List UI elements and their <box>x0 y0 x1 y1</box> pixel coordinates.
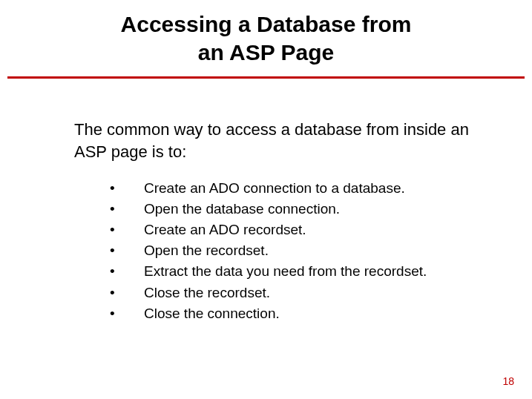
list-item: Open the recordset. <box>110 240 502 261</box>
slide: Accessing a Database from an ASP Page Th… <box>0 0 532 399</box>
bullet-list: Create an ADO connection to a database. … <box>110 178 502 324</box>
slide-title: Accessing a Database from an ASP Page <box>0 0 532 66</box>
list-item: Create an ADO connection to a database. <box>110 178 502 199</box>
bullet-text: Create an ADO recordset. <box>144 222 306 237</box>
list-item: Open the database connection. <box>110 199 502 220</box>
bullet-text: Create an ADO connection to a database. <box>144 180 405 196</box>
horizontal-rule <box>7 76 525 79</box>
title-line-2: an ASP Page <box>198 40 334 65</box>
list-item: Create an ADO recordset. <box>110 220 502 240</box>
bullet-text: Close the recordset. <box>144 285 270 300</box>
page-number: 18 <box>502 375 514 387</box>
title-line-1: Accessing a Database from <box>121 12 412 36</box>
bullet-text: Open the recordset. <box>144 243 269 258</box>
intro-text: The common way to access a database from… <box>74 119 487 162</box>
list-item: Extract the data you need from the recor… <box>110 261 502 282</box>
bullet-text: Open the database connection. <box>144 201 340 217</box>
bullet-text: Extract the data you need from the recor… <box>144 263 427 279</box>
list-item: Close the connection. <box>110 303 502 324</box>
list-item: Close the recordset. <box>110 283 502 303</box>
bullet-text: Close the connection. <box>144 306 280 321</box>
